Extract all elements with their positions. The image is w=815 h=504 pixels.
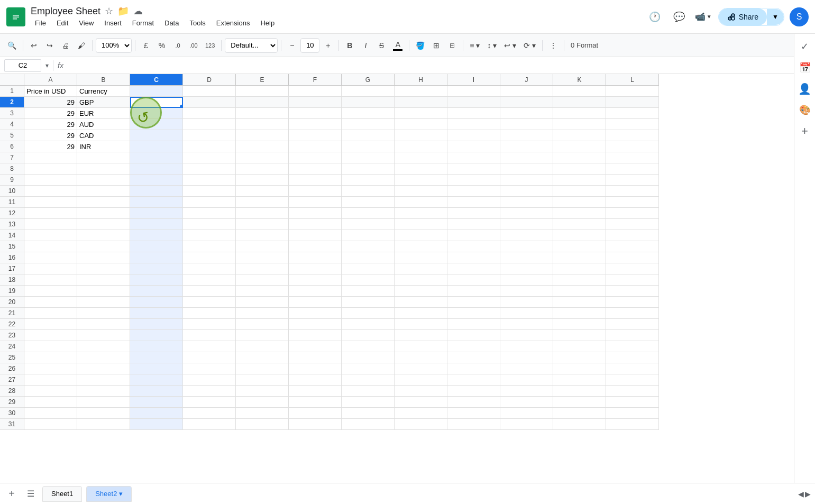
cell-L15[interactable] bbox=[606, 241, 659, 252]
cell-G17[interactable] bbox=[342, 263, 395, 274]
cell-I3[interactable] bbox=[447, 108, 500, 119]
cell-I9[interactable] bbox=[447, 175, 500, 186]
cell-I27[interactable] bbox=[447, 374, 500, 386]
cell-D11[interactable] bbox=[183, 197, 236, 208]
cell-E5[interactable] bbox=[236, 130, 289, 141]
cell-D8[interactable] bbox=[183, 163, 236, 175]
col-header-J[interactable]: J bbox=[500, 74, 553, 86]
cell-G4[interactable] bbox=[342, 119, 395, 130]
row-header-16[interactable]: 16 bbox=[0, 252, 24, 263]
cell-H27[interactable] bbox=[395, 374, 447, 386]
cell-D7[interactable] bbox=[183, 152, 236, 163]
cell-J2[interactable] bbox=[500, 97, 553, 108]
sidebar-add-button[interactable]: + bbox=[796, 123, 813, 140]
cell-E17[interactable] bbox=[236, 263, 289, 274]
cell-A15[interactable] bbox=[24, 241, 77, 252]
cell-I15[interactable] bbox=[447, 241, 500, 252]
cell-D29[interactable] bbox=[183, 397, 236, 408]
cell-D18[interactable] bbox=[183, 274, 236, 286]
cell-L13[interactable] bbox=[606, 219, 659, 230]
cell-B6[interactable]: INR bbox=[77, 141, 130, 152]
font-size-input[interactable] bbox=[300, 38, 319, 53]
cell-C2[interactable] bbox=[130, 97, 183, 108]
cell-J30[interactable] bbox=[500, 408, 553, 419]
cell-G29[interactable] bbox=[342, 397, 395, 408]
sidebar-tasks-button[interactable]: ✓ bbox=[796, 38, 813, 55]
user-avatar[interactable]: S bbox=[790, 7, 809, 26]
row-header-6[interactable]: 6 bbox=[0, 141, 24, 152]
row-header-19[interactable]: 19 bbox=[0, 286, 24, 297]
font-select[interactable]: Default... Arial Times New Roman bbox=[225, 38, 278, 53]
cell-F26[interactable] bbox=[289, 363, 342, 374]
col-header-B[interactable]: B bbox=[77, 74, 130, 86]
cell-J31[interactable] bbox=[500, 419, 553, 430]
cell-J14[interactable] bbox=[500, 230, 553, 241]
number-format-button[interactable]: 123 bbox=[202, 37, 218, 54]
row-header-14[interactable]: 14 bbox=[0, 230, 24, 241]
cell-F29[interactable] bbox=[289, 397, 342, 408]
row-header-5[interactable]: 5 bbox=[0, 130, 24, 141]
cell-H5[interactable] bbox=[395, 130, 447, 141]
row-header-11[interactable]: 11 bbox=[0, 197, 24, 208]
cell-K29[interactable] bbox=[553, 397, 606, 408]
cell-I22[interactable] bbox=[447, 319, 500, 330]
cell-K20[interactable] bbox=[553, 297, 606, 308]
cell-F20[interactable] bbox=[289, 297, 342, 308]
scroll-left-button[interactable]: ◀ bbox=[798, 490, 804, 498]
cell-K2[interactable] bbox=[553, 97, 606, 108]
cell-F14[interactable] bbox=[289, 230, 342, 241]
cell-K26[interactable] bbox=[553, 363, 606, 374]
cell-C31[interactable] bbox=[130, 419, 183, 430]
cell-G18[interactable] bbox=[342, 274, 395, 286]
cell-B2[interactable]: GBP bbox=[77, 97, 130, 108]
cell-B28[interactable] bbox=[77, 386, 130, 397]
cell-E9[interactable] bbox=[236, 175, 289, 186]
cell-K24[interactable] bbox=[553, 341, 606, 352]
cell-I13[interactable] bbox=[447, 219, 500, 230]
cell-B16[interactable] bbox=[77, 252, 130, 263]
menu-edit[interactable]: Edit bbox=[52, 18, 72, 28]
cell-A14[interactable] bbox=[24, 230, 77, 241]
cell-A10[interactable] bbox=[24, 186, 77, 197]
doc-title[interactable]: Employee Sheet bbox=[31, 6, 100, 17]
print-button[interactable]: 🖨 bbox=[58, 37, 73, 54]
comments-button[interactable]: 💬 bbox=[670, 7, 689, 26]
cell-H29[interactable] bbox=[395, 397, 447, 408]
cell-F27[interactable] bbox=[289, 374, 342, 386]
cell-G30[interactable] bbox=[342, 408, 395, 419]
cell-C24[interactable] bbox=[130, 341, 183, 352]
cell-I4[interactable] bbox=[447, 119, 500, 130]
cell-C22[interactable] bbox=[130, 319, 183, 330]
align-button[interactable]: ≡ ▾ bbox=[466, 37, 483, 54]
cell-C14[interactable] bbox=[130, 230, 183, 241]
cell-F17[interactable] bbox=[289, 263, 342, 274]
cell-K25[interactable] bbox=[553, 352, 606, 363]
cell-L31[interactable] bbox=[606, 419, 659, 430]
cell-J13[interactable] bbox=[500, 219, 553, 230]
cell-H16[interactable] bbox=[395, 252, 447, 263]
cell-C15[interactable] bbox=[130, 241, 183, 252]
cell-H8[interactable] bbox=[395, 163, 447, 175]
merge-button[interactable]: ⊟ bbox=[445, 37, 460, 54]
cell-D9[interactable] bbox=[183, 175, 236, 186]
cell-E31[interactable] bbox=[236, 419, 289, 430]
cell-L4[interactable] bbox=[606, 119, 659, 130]
cell-I21[interactable] bbox=[447, 308, 500, 319]
rotate-button[interactable]: ⟳ ▾ bbox=[520, 37, 539, 54]
cell-E27[interactable] bbox=[236, 374, 289, 386]
cell-B26[interactable] bbox=[77, 363, 130, 374]
cell-G22[interactable] bbox=[342, 319, 395, 330]
col-header-L[interactable]: L bbox=[606, 74, 659, 86]
cell-G16[interactable] bbox=[342, 252, 395, 263]
cell-E3[interactable] bbox=[236, 108, 289, 119]
cell-A3[interactable]: 29 bbox=[24, 108, 77, 119]
cell-E22[interactable] bbox=[236, 319, 289, 330]
cell-H25[interactable] bbox=[395, 352, 447, 363]
cell-A1[interactable]: Price in USD bbox=[24, 86, 77, 97]
cell-I7[interactable] bbox=[447, 152, 500, 163]
cell-B9[interactable] bbox=[77, 175, 130, 186]
cell-F5[interactable] bbox=[289, 130, 342, 141]
cell-G5[interactable] bbox=[342, 130, 395, 141]
row-header-3[interactable]: 3 bbox=[0, 108, 24, 119]
font-size-decrease-button[interactable]: − bbox=[285, 37, 299, 54]
